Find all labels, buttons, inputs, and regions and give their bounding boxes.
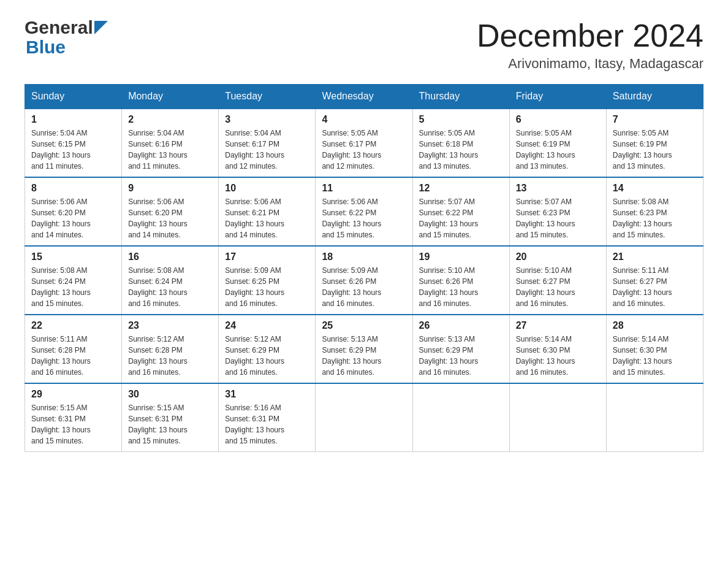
day-info: Sunrise: 5:08 AMSunset: 6:23 PMDaylight:… [613,196,697,240]
calendar-cell: 15Sunrise: 5:08 AMSunset: 6:24 PMDayligh… [25,246,122,315]
day-info: Sunrise: 5:05 AMSunset: 6:19 PMDaylight:… [613,128,697,172]
day-info: Sunrise: 5:04 AMSunset: 6:16 PMDaylight:… [128,128,212,172]
calendar-cell [509,383,606,452]
calendar-cell: 18Sunrise: 5:09 AMSunset: 6:26 PMDayligh… [316,246,412,315]
day-info: Sunrise: 5:05 AMSunset: 6:19 PMDaylight:… [516,128,600,172]
calendar-cell: 22Sunrise: 5:11 AMSunset: 6:28 PMDayligh… [25,315,122,383]
calendar-cell: 31Sunrise: 5:16 AMSunset: 6:31 PMDayligh… [219,383,316,452]
calendar-cell: 25Sunrise: 5:13 AMSunset: 6:29 PMDayligh… [316,315,412,383]
header-wednesday: Wednesday [316,85,412,109]
day-info: Sunrise: 5:12 AMSunset: 6:29 PMDaylight:… [225,334,309,378]
day-info: Sunrise: 5:16 AMSunset: 6:31 PMDaylight:… [225,402,309,446]
day-info: Sunrise: 5:09 AMSunset: 6:25 PMDaylight:… [225,265,309,309]
calendar-header-row: Sunday Monday Tuesday Wednesday Thursday… [25,85,703,109]
calendar-cell: 27Sunrise: 5:14 AMSunset: 6:30 PMDayligh… [509,315,606,383]
calendar-cell [412,383,509,452]
calendar-cell: 11Sunrise: 5:06 AMSunset: 6:22 PMDayligh… [316,177,412,246]
day-number: 18 [322,251,406,262]
day-number: 16 [128,251,212,262]
calendar-cell: 2Sunrise: 5:04 AMSunset: 6:16 PMDaylight… [122,109,219,177]
calendar-week-row: 1Sunrise: 5:04 AMSunset: 6:15 PMDaylight… [25,109,703,177]
day-number: 6 [516,114,600,125]
calendar-week-row: 15Sunrise: 5:08 AMSunset: 6:24 PMDayligh… [25,246,703,315]
calendar-cell: 1Sunrise: 5:04 AMSunset: 6:15 PMDaylight… [25,109,122,177]
day-number: 24 [225,320,309,331]
day-number: 14 [613,183,697,194]
calendar-cell: 30Sunrise: 5:15 AMSunset: 6:31 PMDayligh… [122,383,219,452]
location: Arivonimamo, Itasy, Madagascar [477,56,703,72]
calendar-cell: 26Sunrise: 5:13 AMSunset: 6:29 PMDayligh… [412,315,509,383]
logo: General Blue [25,18,108,58]
day-number: 29 [31,389,115,400]
header-thursday: Thursday [412,85,509,109]
day-number: 8 [31,183,115,194]
day-info: Sunrise: 5:14 AMSunset: 6:30 PMDaylight:… [613,334,697,378]
calendar-cell: 10Sunrise: 5:06 AMSunset: 6:21 PMDayligh… [219,177,316,246]
day-number: 31 [225,389,309,400]
day-number: 13 [516,183,600,194]
day-number: 3 [225,114,309,125]
day-info: Sunrise: 5:09 AMSunset: 6:26 PMDaylight:… [322,265,406,309]
day-number: 17 [225,251,309,262]
day-info: Sunrise: 5:05 AMSunset: 6:18 PMDaylight:… [419,128,503,172]
day-number: 23 [128,320,212,331]
calendar-week-row: 22Sunrise: 5:11 AMSunset: 6:28 PMDayligh… [25,315,703,383]
day-number: 19 [419,251,503,262]
day-info: Sunrise: 5:12 AMSunset: 6:28 PMDaylight:… [128,334,212,378]
header-friday: Friday [509,85,606,109]
calendar-cell: 16Sunrise: 5:08 AMSunset: 6:24 PMDayligh… [122,246,219,315]
logo-blue: Blue [26,37,66,58]
day-number: 4 [322,114,406,125]
day-info: Sunrise: 5:15 AMSunset: 6:31 PMDaylight:… [128,402,212,446]
calendar-cell: 8Sunrise: 5:06 AMSunset: 6:20 PMDaylight… [25,177,122,246]
calendar-cell: 21Sunrise: 5:11 AMSunset: 6:27 PMDayligh… [606,246,703,315]
calendar-cell: 9Sunrise: 5:06 AMSunset: 6:20 PMDaylight… [122,177,219,246]
day-number: 30 [128,389,212,400]
calendar-week-row: 8Sunrise: 5:06 AMSunset: 6:20 PMDaylight… [25,177,703,246]
day-info: Sunrise: 5:08 AMSunset: 6:24 PMDaylight:… [31,265,115,309]
day-number: 11 [322,183,406,194]
day-number: 9 [128,183,212,194]
day-number: 22 [31,320,115,331]
logo-general: General [25,18,93,37]
calendar-cell: 28Sunrise: 5:14 AMSunset: 6:30 PMDayligh… [606,315,703,383]
calendar-cell: 23Sunrise: 5:12 AMSunset: 6:28 PMDayligh… [122,315,219,383]
svg-marker-0 [94,21,108,34]
day-info: Sunrise: 5:05 AMSunset: 6:17 PMDaylight:… [322,128,406,172]
day-number: 12 [419,183,503,194]
day-number: 25 [322,320,406,331]
title-block: December 2024 Arivonimamo, Itasy, Madaga… [477,18,703,72]
day-info: Sunrise: 5:06 AMSunset: 6:22 PMDaylight:… [322,196,406,240]
calendar-cell: 6Sunrise: 5:05 AMSunset: 6:19 PMDaylight… [509,109,606,177]
day-info: Sunrise: 5:13 AMSunset: 6:29 PMDaylight:… [419,334,503,378]
calendar-cell: 14Sunrise: 5:08 AMSunset: 6:23 PMDayligh… [606,177,703,246]
day-number: 26 [419,320,503,331]
calendar-cell [606,383,703,452]
day-info: Sunrise: 5:06 AMSunset: 6:21 PMDaylight:… [225,196,309,240]
header-saturday: Saturday [606,85,703,109]
calendar-cell [316,383,412,452]
calendar-cell: 24Sunrise: 5:12 AMSunset: 6:29 PMDayligh… [219,315,316,383]
calendar-cell: 17Sunrise: 5:09 AMSunset: 6:25 PMDayligh… [219,246,316,315]
header-monday: Monday [122,85,219,109]
day-number: 15 [31,251,115,262]
day-info: Sunrise: 5:04 AMSunset: 6:15 PMDaylight:… [31,128,115,172]
day-number: 21 [613,251,697,262]
day-number: 2 [128,114,212,125]
day-info: Sunrise: 5:06 AMSunset: 6:20 PMDaylight:… [31,196,115,240]
day-number: 27 [516,320,600,331]
day-info: Sunrise: 5:07 AMSunset: 6:22 PMDaylight:… [419,196,503,240]
day-number: 28 [613,320,697,331]
day-info: Sunrise: 5:10 AMSunset: 6:26 PMDaylight:… [419,265,503,309]
calendar-cell: 3Sunrise: 5:04 AMSunset: 6:17 PMDaylight… [219,109,316,177]
calendar-cell: 29Sunrise: 5:15 AMSunset: 6:31 PMDayligh… [25,383,122,452]
day-info: Sunrise: 5:13 AMSunset: 6:29 PMDaylight:… [322,334,406,378]
day-info: Sunrise: 5:11 AMSunset: 6:27 PMDaylight:… [613,265,697,309]
day-info: Sunrise: 5:15 AMSunset: 6:31 PMDaylight:… [31,402,115,446]
calendar-cell: 4Sunrise: 5:05 AMSunset: 6:17 PMDaylight… [316,109,412,177]
logo-triangle-icon [94,21,108,34]
day-info: Sunrise: 5:04 AMSunset: 6:17 PMDaylight:… [225,128,309,172]
day-info: Sunrise: 5:07 AMSunset: 6:23 PMDaylight:… [516,196,600,240]
day-info: Sunrise: 5:11 AMSunset: 6:28 PMDaylight:… [31,334,115,378]
day-number: 20 [516,251,600,262]
